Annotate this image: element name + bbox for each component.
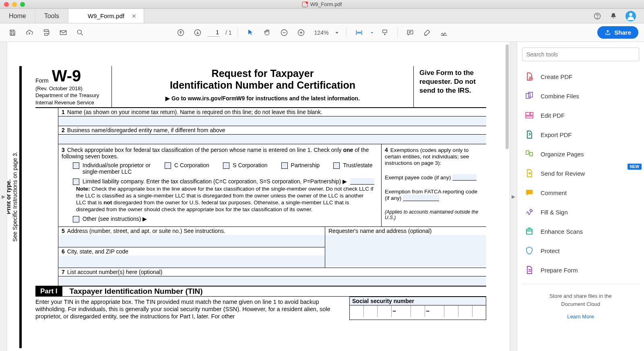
highlight-icon[interactable]	[420, 26, 434, 39]
search-tools-input[interactable]	[522, 48, 639, 61]
form-requester-input[interactable]	[325, 235, 486, 266]
mac-window-controls[interactable]	[4, 2, 25, 7]
export-pdf-icon	[524, 130, 534, 139]
exempt-payee-input[interactable]	[452, 174, 477, 181]
edit-pdf-icon	[524, 110, 534, 120]
form-line7-input[interactable]	[58, 276, 486, 286]
tab-tools[interactable]: Tools	[35, 9, 68, 23]
fit-dropdown-icon[interactable]	[369, 26, 375, 39]
form-line4-label: Exemptions (codes apply only to certain …	[385, 147, 469, 166]
form-line2-input[interactable]	[58, 134, 486, 144]
checkbox-trust[interactable]: Trust/estate	[333, 162, 372, 175]
form-note-body2: disregarded from the owner for U.S. fede…	[76, 199, 349, 212]
form-line1-label: Name (as shown on your income tax return…	[67, 109, 322, 115]
tab-home[interactable]: Home	[0, 9, 35, 23]
pointer-tool-icon[interactable]	[244, 26, 257, 39]
tool-combine-files[interactable]: Combine Files	[522, 87, 639, 105]
tool-prepare-form[interactable]: Prepare Form	[522, 261, 639, 279]
svg-rect-2	[11, 33, 14, 35]
form-side-label1: Print or type.	[7, 152, 11, 242]
svg-rect-4	[45, 33, 48, 35]
svg-rect-15	[526, 112, 530, 115]
page-down-icon[interactable]	[191, 26, 204, 39]
zoom-value-label: 124%	[314, 29, 329, 36]
cloud-text-1: Store and share files in the	[549, 293, 612, 299]
form-line3-one: one	[343, 147, 353, 153]
sticky-note-icon[interactable]	[403, 26, 417, 39]
tab-document-label: W9_Form.pdf	[88, 12, 124, 19]
form-dept1: Department of the Treasury	[35, 92, 109, 99]
form-title-line1: Request for Taxpayer	[116, 68, 409, 79]
form-line6-label: City, state, and ZIP code	[67, 248, 128, 255]
form-line1-input[interactable]	[58, 116, 486, 126]
tool-enhance-scans[interactable]: Enhance Scans	[522, 222, 639, 240]
fatca-code-input[interactable]	[403, 195, 439, 201]
svg-rect-13	[526, 93, 530, 98]
svg-rect-5	[60, 31, 66, 35]
cloud-text-2: Document Cloud	[561, 301, 600, 307]
tab-close-icon[interactable]: ✕	[132, 13, 136, 19]
checkbox-partnership[interactable]: Partnership	[281, 162, 320, 175]
checkbox-individual[interactable]: Individual/sole proprietor or single-mem…	[73, 162, 151, 175]
window-title: W9_Form.pdf	[302, 1, 342, 7]
tool-comment[interactable]: Comment	[522, 184, 639, 201]
new-badge: NEW	[627, 164, 642, 170]
hand-tool-icon[interactable]	[260, 26, 274, 39]
tool-create-pdf[interactable]: Create PDF	[522, 68, 639, 85]
tab-document[interactable]: W9_Form.pdf ✕	[68, 9, 144, 23]
tool-edit-pdf[interactable]: Edit PDF	[522, 106, 639, 124]
svg-rect-18	[526, 151, 529, 154]
sign-icon[interactable]	[437, 26, 451, 39]
share-button[interactable]: Share	[597, 26, 638, 39]
tool-fill-sign[interactable]: Fill & Sign	[522, 203, 639, 221]
zoom-dropdown-icon[interactable]	[333, 26, 341, 39]
print-icon[interactable]	[39, 26, 53, 39]
document-canvas[interactable]: Form W-9 (Rev. October 2018) Department …	[7, 42, 510, 351]
tools-pane-collapse[interactable]: ▶	[510, 42, 517, 351]
nav-pane-expand[interactable]: ▶	[0, 42, 7, 351]
checkbox-ccorp[interactable]: C Corporation	[165, 162, 209, 175]
tools-panel: Create PDF Combine Files Edit PDF Export…	[517, 42, 644, 351]
page-number-input[interactable]	[208, 28, 220, 37]
user-avatar-icon[interactable]	[625, 11, 636, 21]
tool-send-for-review[interactable]: NEWSend for Review	[522, 164, 639, 182]
tool-organize-pages[interactable]: Organize Pages	[522, 145, 639, 163]
form-line2-label: Business name/disregarded entity name, i…	[67, 127, 225, 133]
learn-more-link[interactable]: Learn More	[522, 311, 639, 322]
minimize-window-icon[interactable]	[12, 2, 17, 7]
checkbox-other[interactable]: Other (see instructions) ▶	[73, 216, 147, 222]
form-dept2: Internal Revenue Service	[35, 100, 109, 106]
zoom-in-icon[interactable]	[294, 26, 308, 39]
form-line5-input[interactable]	[58, 235, 325, 247]
tool-export-pdf[interactable]: Export PDF	[522, 126, 639, 143]
fit-width-icon[interactable]	[352, 26, 366, 39]
form-w9-label: W-9	[52, 68, 81, 84]
save-icon[interactable]	[6, 26, 19, 39]
form-give-instructions: Give Form to the requester. Do not send …	[414, 66, 486, 107]
zoom-out-icon[interactable]	[277, 26, 291, 39]
mail-icon[interactable]	[56, 26, 70, 39]
form-line6-input[interactable]	[58, 255, 325, 268]
tool-protect[interactable]: Protect	[522, 242, 639, 260]
fill-sign-icon	[524, 207, 534, 217]
share-button-label: Share	[614, 29, 631, 36]
form-side-label2: See Specific Instructions on page 3.	[11, 152, 18, 242]
form-fatca-note: (Applies to accounts maintained outside …	[385, 209, 483, 220]
close-window-icon[interactable]	[4, 2, 9, 7]
create-pdf-icon	[524, 72, 534, 81]
vertical-scrollbar[interactable]	[506, 44, 509, 149]
ssn-input[interactable]: – –	[350, 305, 486, 317]
form-note-not: not	[103, 199, 112, 206]
chevron-right-icon: ▶	[512, 194, 515, 199]
page-up-icon[interactable]	[174, 26, 188, 39]
cloud-upload-icon[interactable]	[23, 26, 36, 39]
checkbox-scorp[interactable]: S Corporation	[223, 162, 267, 175]
help-icon[interactable]	[593, 12, 601, 20]
search-icon[interactable]	[73, 26, 87, 39]
llc-classification-input[interactable]	[350, 178, 374, 185]
scroll-mode-icon[interactable]	[378, 26, 392, 39]
chevron-right-icon: ▶	[2, 194, 5, 199]
checkbox-llc[interactable]: Limited liability company. Enter the tax…	[73, 178, 374, 185]
maximize-window-icon[interactable]	[20, 2, 25, 7]
bell-icon[interactable]	[609, 12, 617, 20]
